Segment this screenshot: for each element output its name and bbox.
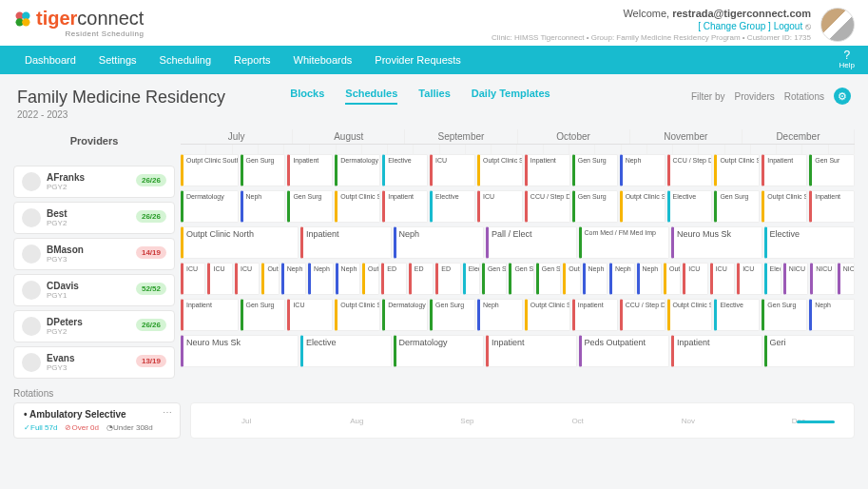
rotation-block[interactable]: ICU	[181, 263, 205, 295]
settings-gear-icon[interactable]: ⚙	[834, 88, 851, 105]
nav-dashboard[interactable]: Dashboard	[25, 54, 76, 66]
nav-whiteboards[interactable]: Whiteboards	[294, 54, 353, 66]
rotation-block[interactable]: Neph	[609, 263, 634, 295]
rotation-block[interactable]: Elective	[430, 190, 475, 223]
rotation-block[interactable]: Neph	[477, 299, 523, 331]
rotation-block[interactable]: Elective	[382, 154, 428, 186]
rotation-block[interactable]: ICU	[683, 263, 707, 295]
rotation-block[interactable]: ICU	[430, 154, 475, 186]
rotation-block[interactable]: NICU	[783, 263, 808, 295]
rotation-block[interactable]: CCU / Step Down	[620, 299, 665, 331]
provider-card[interactable]: AFranks PGY2 26/26	[13, 166, 175, 198]
rotation-timeline[interactable]: JulAugSepOctNovDec	[190, 402, 855, 439]
tab-schedules[interactable]: Schedules	[345, 88, 397, 105]
rotation-block[interactable]: Elective	[667, 190, 713, 223]
rotation-block[interactable]: Elective	[714, 299, 760, 331]
rotation-block[interactable]: Dermatology	[394, 335, 485, 367]
rotation-block[interactable]: ED	[409, 263, 434, 295]
rotation-block[interactable]: Inpatient	[287, 154, 333, 186]
logout-icon[interactable]: ⎋	[805, 21, 811, 31]
rotation-block[interactable]: Gen Surg	[241, 154, 286, 186]
rotation-block[interactable]: NICU	[810, 263, 835, 295]
rotation-block[interactable]: Dermatology	[382, 299, 428, 331]
rotation-block[interactable]: Outpt Clinic South	[667, 299, 713, 331]
rotation-block[interactable]: Dermatology	[335, 154, 380, 186]
rotation-block[interactable]: Outpt Clinic North	[181, 226, 299, 259]
rotation-block[interactable]: Gen S	[536, 263, 561, 295]
filter-providers[interactable]: Providers	[734, 91, 774, 102]
rotation-block[interactable]: Outpt	[664, 263, 681, 295]
rotation-block[interactable]: Outpt	[362, 263, 379, 295]
rotation-card[interactable]: ⋯ • Ambulatory Selective ✓Full 57d ⊘Over…	[13, 402, 181, 439]
rotation-block[interactable]: Neph	[308, 263, 333, 295]
rotation-block[interactable]: Outpt Clinic South	[620, 190, 665, 223]
rotation-block[interactable]: Gen Surg	[572, 190, 618, 223]
rotation-block[interactable]: Neph	[281, 263, 306, 295]
rotation-block[interactable]: Inpatient	[809, 190, 855, 223]
rotation-block[interactable]: Geri	[764, 335, 856, 367]
rotation-block[interactable]: ICU	[477, 190, 523, 223]
rotation-block[interactable]: Neph	[583, 263, 608, 295]
change-group-link[interactable]: [ Change Group ]	[698, 21, 771, 31]
provider-card[interactable]: BMason PGY3 14/19	[13, 238, 175, 270]
rotation-block[interactable]: Gen Surg	[430, 299, 475, 331]
rotation-block[interactable]: ICU	[207, 263, 232, 295]
rotation-block[interactable]: Outpt Clinic South	[714, 154, 760, 186]
tab-blocks[interactable]: Blocks	[290, 88, 324, 105]
filter-rotations[interactable]: Rotations	[784, 91, 824, 102]
rotation-block[interactable]: Neuro Mus Sk	[671, 226, 762, 259]
rotation-block[interactable]: ICU	[737, 263, 762, 295]
rotation-block[interactable]: Inpatient	[525, 154, 570, 186]
rotation-block[interactable]: Com Med / FM Med Imp	[579, 226, 670, 259]
rotation-block[interactable]: Neph	[637, 263, 662, 295]
rotation-block[interactable]: Gen Surg	[287, 190, 333, 223]
rotation-block[interactable]: ED	[435, 263, 460, 295]
rotation-block[interactable]: Inpatient	[300, 226, 392, 259]
nav-scheduling[interactable]: Scheduling	[160, 54, 211, 66]
rotation-block[interactable]: Neuro Mus Sk	[181, 335, 299, 367]
rotation-block[interactable]: NICU	[838, 263, 855, 295]
rotation-block[interactable]: ICU	[287, 299, 333, 331]
provider-card[interactable]: DPeters PGY2 26/26	[13, 310, 175, 342]
rotation-block[interactable]: Inpatient	[486, 335, 577, 367]
rotation-block[interactable]: Gen S	[482, 263, 507, 295]
rotation-block[interactable]: Outpt	[563, 263, 580, 295]
rotation-menu-icon[interactable]: ⋯	[163, 407, 172, 418]
nav-reports[interactable]: Reports	[234, 54, 271, 66]
rotation-block[interactable]: Dermatology	[181, 190, 239, 223]
tab-daily-templates[interactable]: Daily Templates	[472, 88, 550, 105]
rotation-block[interactable]: Elective	[300, 335, 392, 367]
rotation-block[interactable]: Peds Outpatient	[579, 335, 670, 367]
help-button[interactable]: ? Help	[839, 49, 855, 69]
provider-card[interactable]: Evans PGY3 13/19	[13, 346, 175, 379]
rotation-block[interactable]: Neph	[336, 263, 360, 295]
rotation-block[interactable]: ICU	[235, 263, 260, 295]
rotation-block[interactable]: Inpatient	[572, 299, 618, 331]
rotation-block[interactable]: Outpt Clinic South	[335, 190, 380, 223]
rotation-block[interactable]: Neph	[620, 154, 665, 186]
rotation-block[interactable]: Outpt Clinic South	[181, 154, 239, 186]
rotation-block[interactable]: ED	[381, 263, 406, 295]
rotation-block[interactable]: CCU / Step Down	[525, 190, 570, 223]
rotation-block[interactable]: Outpt Clinic South	[762, 190, 807, 223]
rotation-block[interactable]: Outpt Clinic South	[477, 154, 523, 186]
rotation-block[interactable]: Gen Surg	[241, 299, 286, 331]
rotation-block[interactable]: Neph	[809, 299, 855, 331]
rotation-block[interactable]: Pall / Elect	[486, 226, 577, 259]
provider-card[interactable]: CDavis PGY1 52/52	[13, 274, 175, 306]
rotation-block[interactable]: CCU / Step Down	[667, 154, 713, 186]
nav-provider-requests[interactable]: Provider Requests	[375, 54, 461, 66]
rotation-block[interactable]: Outpt Clinic South	[335, 299, 380, 331]
rotation-block[interactable]: Electiv	[463, 263, 480, 295]
rotation-block[interactable]: Gen Surg	[572, 154, 618, 186]
rotation-block[interactable]: Inpatient	[671, 335, 762, 367]
user-avatar[interactable]	[820, 8, 855, 42]
tab-tallies[interactable]: Tallies	[418, 88, 450, 105]
rotation-block[interactable]: Neph	[394, 226, 485, 259]
rotation-block[interactable]: Inpatient	[382, 190, 428, 223]
rotation-block[interactable]: Neph	[241, 190, 286, 223]
rotation-block[interactable]: Outpt	[261, 263, 279, 295]
logout-link[interactable]: Logout	[774, 21, 803, 31]
rotation-block[interactable]: Outpt Clinic South	[525, 299, 570, 331]
rotation-block[interactable]: Gen S	[509, 263, 533, 295]
